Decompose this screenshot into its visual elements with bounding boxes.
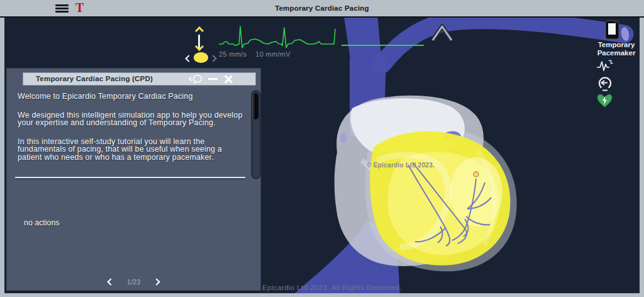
dialog-body-text: Welcome to Epicardio Temporary Cardiac P… xyxy=(18,92,248,172)
pause-icon[interactable] xyxy=(198,35,205,42)
app-window: T Temporary Cardiac Pacing xyxy=(0,0,644,297)
dialog-title-bar[interactable]: Temporary Cardiac Pacing (CPD) xyxy=(23,72,256,86)
vena-cava-vessel xyxy=(382,20,625,64)
minimize-icon[interactable] xyxy=(208,73,218,85)
dialog-pagination: 1/23 xyxy=(7,278,260,286)
copyright-footer: Epicardio Ltd 2023. All Rights Reserved. xyxy=(262,284,402,291)
dialog-paragraph: In this interactive self-study tutorial … xyxy=(18,138,248,162)
dialog-divider xyxy=(15,177,245,178)
ecg-speed-label: 25 mm/s xyxy=(219,50,247,58)
rate-up-chevron-icon[interactable] xyxy=(196,28,203,34)
window-title: Temporary Cardiac Pacing xyxy=(0,0,644,16)
simulation-viewport[interactable]: © Epicardio Ltd 2023. Epicardio Ltd 2023… xyxy=(4,18,640,293)
ecg-scale-labels: 25 mm/s10 mm/mV xyxy=(219,50,299,58)
dialog-scrollbar-track[interactable] xyxy=(251,90,261,179)
page-indicator: 1/23 xyxy=(127,278,140,286)
narration-audio-icon[interactable] xyxy=(189,73,203,85)
step-right-chevron-icon[interactable] xyxy=(211,56,216,61)
temporary-pacemaker-device-icon[interactable] xyxy=(604,20,621,40)
defibrillator-heart-icon[interactable] xyxy=(596,93,613,108)
playhead-knob[interactable] xyxy=(194,52,208,63)
ecg-gain-label: 10 mm/mV xyxy=(255,50,291,58)
dialog-title: Temporary Cardiac Pacing (CPD) xyxy=(36,73,153,85)
step-left-chevron-icon[interactable] xyxy=(186,56,191,61)
tutorial-dialog: Temporary Cardiac Pacing (CPD) Welcome t… xyxy=(6,68,261,291)
actions-status-text: no actions xyxy=(24,218,59,227)
top-bar: T Temporary Cardiac Pacing xyxy=(0,0,644,18)
pacemaker-label: Temporary Pacemaker xyxy=(589,41,640,57)
next-page-chevron-icon[interactable] xyxy=(154,279,159,284)
prev-page-chevron-icon[interactable] xyxy=(108,279,113,284)
ecg-monitor-icon[interactable] xyxy=(596,59,614,72)
scene-watermark: © Epicardio Ltd 2023. xyxy=(367,162,435,169)
rate-gauge-icon[interactable] xyxy=(596,76,614,92)
close-icon[interactable] xyxy=(223,73,233,85)
dialog-scrollbar-thumb[interactable] xyxy=(252,93,258,120)
dialog-paragraph: We designed this intelligent simulation … xyxy=(18,111,248,127)
rate-down-chevron-icon[interactable] xyxy=(196,43,203,50)
dialog-paragraph: Welcome to Epicardio Temporary Cardiac P… xyxy=(18,92,248,101)
